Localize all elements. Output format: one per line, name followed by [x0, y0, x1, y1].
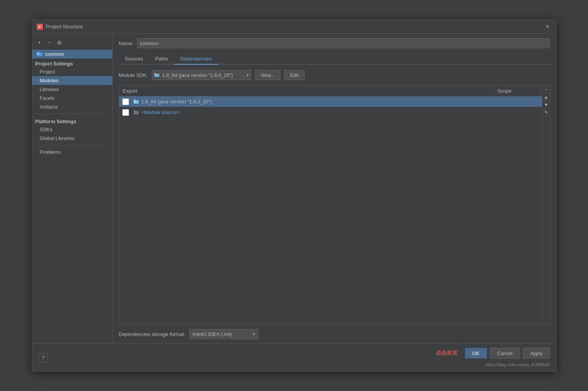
dep-name-module-source: <Module source>	[132, 109, 504, 115]
sidebar-item-problems[interactable]: Problems	[32, 148, 112, 156]
tab-sources[interactable]: Sources	[119, 54, 149, 65]
sdk-label: Module SDK:	[119, 72, 148, 78]
sidebar-item-global-libraries[interactable]: Global Libraries	[32, 134, 112, 143]
footer-right: 点击欢克 OK Cancel Apply https://blog.csdn.n…	[436, 348, 550, 367]
format-dropdown-arrow: ▾	[253, 332, 255, 336]
project-structure-dialog: P Project Structure × + − ⧉ common Proje…	[32, 20, 557, 371]
svg-rect-8	[134, 111, 139, 114]
cancel-button[interactable]: Cancel	[490, 348, 520, 358]
sdk-row: Module SDK: 1.8_64 (java version "1.8.0_…	[119, 70, 550, 80]
tab-dependencies[interactable]: Dependencies	[174, 54, 218, 65]
name-row: Name:	[119, 38, 550, 48]
main-content: Name: Sources Paths Dependencies Module …	[113, 34, 556, 344]
name-label: Name:	[119, 41, 133, 46]
sidebar-divider	[35, 114, 109, 114]
name-input[interactable]	[137, 38, 550, 48]
scroll-down-button[interactable]: ▼	[542, 101, 550, 109]
svg-rect-7	[134, 101, 136, 102]
chinese-hint: 点击欢克	[436, 350, 457, 357]
sidebar-toolbar: + − ⧉	[32, 37, 112, 50]
sidebar-item-project[interactable]: Project	[32, 67, 112, 76]
sidebar-item-artifacts[interactable]: Artifacts	[32, 103, 112, 111]
sidebar-item-modules[interactable]: Modules	[32, 76, 112, 85]
export-checkbox-module-source[interactable]	[122, 109, 129, 116]
svg-rect-5	[134, 100, 139, 104]
app-icon: P	[37, 24, 43, 30]
sidebar-item-facets[interactable]: Facets	[32, 94, 112, 103]
apply-button[interactable]: Apply	[523, 348, 550, 358]
jdk-name: 1.8_64 (java version "1.8.0_20")	[141, 99, 212, 104]
format-value: IntelliJ IDEA (.iml)	[193, 331, 232, 337]
dialog-footer: ? 点击欢克 OK Cancel Apply https://blog.csdn…	[32, 344, 556, 371]
module-source-folder-icon	[134, 110, 139, 115]
dep-name-jdk: 1.8_64 (java version "1.8.0_20")	[132, 99, 504, 104]
close-button[interactable]: ×	[544, 23, 552, 31]
table-row[interactable]: <Module source>	[119, 107, 550, 118]
sdk-folder-icon	[154, 73, 160, 77]
svg-rect-6	[134, 99, 136, 101]
table-row[interactable]: 1.8_64 (java version "1.8.0_20")	[119, 96, 550, 107]
svg-rect-4	[154, 73, 156, 74]
sdk-value: 1.8_64 (java version "1.8.0_20")	[162, 72, 233, 78]
new-sdk-button[interactable]: New...	[255, 70, 280, 80]
svg-rect-3	[154, 74, 159, 77]
export-checkbox-jdk[interactable]	[122, 98, 129, 105]
module-name: common	[45, 51, 64, 57]
dialog-body: + − ⧉ common Project Settings Project Mo…	[32, 34, 556, 344]
module-item-common[interactable]: common	[32, 50, 112, 59]
sidebar: + − ⧉ common Project Settings Project Mo…	[32, 34, 113, 344]
tab-paths[interactable]: Paths	[149, 54, 174, 65]
sdk-dropdown-arrow: ▾	[247, 73, 249, 77]
footer-buttons: OK Cancel Apply	[465, 348, 550, 358]
table-header: Export Scope +	[119, 86, 550, 96]
dialog-titlebar: P Project Structure ×	[32, 20, 556, 34]
side-actions: − ▲ ▼ ✎	[542, 86, 550, 324]
svg-rect-2	[37, 53, 39, 55]
tabs-bar: Sources Paths Dependencies	[119, 54, 550, 65]
footer-left: ?	[38, 353, 48, 363]
format-row: Dependencies storage format: IntelliJ ID…	[119, 329, 550, 339]
project-settings-header: Project Settings	[32, 59, 112, 67]
dependencies-table: Export Scope + 1.8_	[119, 85, 550, 324]
table-body: 1.8_64 (java version "1.8.0_20") <Mod	[119, 96, 550, 324]
dialog-title: P Project Structure	[37, 24, 83, 30]
edit-dependency-button[interactable]: ✎	[542, 109, 550, 116]
ok-button[interactable]: OK	[465, 348, 487, 358]
remove-module-button[interactable]: −	[45, 38, 54, 47]
sidebar-item-libraries[interactable]: Libraries	[32, 85, 112, 94]
format-label: Dependencies storage format:	[119, 331, 185, 337]
scope-column-header: Scope	[494, 88, 540, 94]
dialog-title-text: Project Structure	[46, 24, 83, 29]
help-button[interactable]: ?	[38, 353, 48, 363]
platform-settings-header: Platform Settings	[32, 116, 112, 125]
jdk-folder-icon	[134, 99, 139, 104]
add-module-button[interactable]: +	[35, 38, 44, 47]
svg-rect-9	[134, 110, 136, 111]
csdn-link: https://blog.csdn.net/qq_41889508	[485, 362, 550, 367]
module-source-name: <Module source>	[141, 109, 180, 115]
remove-dependency-button[interactable]: −	[542, 86, 550, 93]
sidebar-divider-2	[35, 145, 109, 145]
svg-rect-1	[38, 52, 40, 53]
copy-module-button[interactable]: ⧉	[55, 38, 64, 47]
sidebar-item-sdks[interactable]: SDKs	[32, 125, 112, 134]
edit-sdk-button[interactable]: Edit	[284, 70, 304, 80]
format-dropdown[interactable]: IntelliJ IDEA (.iml) ▾	[189, 329, 258, 339]
sdk-dropdown[interactable]: 1.8_64 (java version "1.8.0_20") ▾	[152, 70, 251, 80]
export-column-header: Export	[119, 88, 494, 94]
scroll-up-button[interactable]: ▲	[542, 93, 550, 101]
module-icon	[37, 52, 43, 57]
